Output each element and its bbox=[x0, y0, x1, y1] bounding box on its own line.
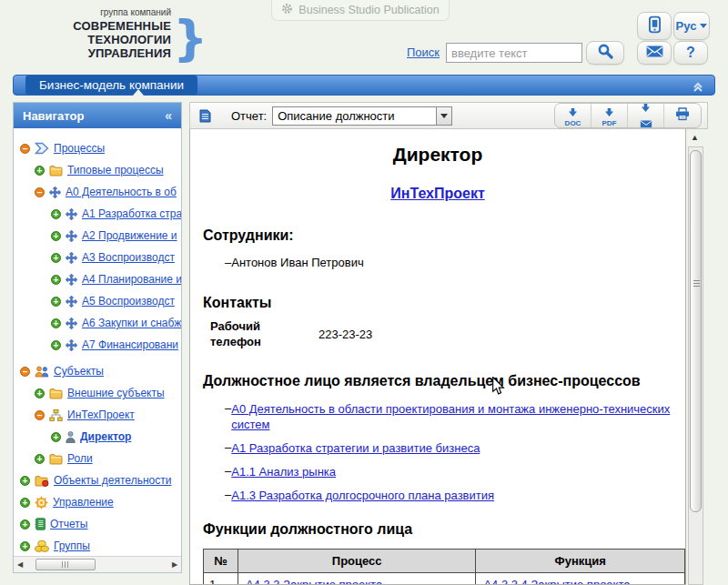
hscroll-thumb[interactable] bbox=[35, 559, 96, 570]
sidebar-item[interactable]: +A6 Закупки и снабж bbox=[14, 312, 181, 334]
sidebar-item[interactable]: +Типовые процессы bbox=[14, 159, 181, 181]
expand-node-icon[interactable]: + bbox=[51, 432, 61, 442]
mail-button[interactable] bbox=[637, 41, 672, 65]
sidebar-item-link[interactable]: A1 Разработка стра bbox=[82, 207, 181, 220]
expand-node-icon[interactable]: + bbox=[51, 209, 61, 219]
sidebar-item[interactable]: +A5 Воспроизводст bbox=[14, 290, 181, 312]
sidebar-item[interactable]: +A3 Воспроизводст bbox=[14, 247, 181, 268]
vscroll-thumb[interactable] bbox=[690, 150, 702, 512]
help-button[interactable]: ? bbox=[673, 41, 708, 65]
search-input[interactable] bbox=[446, 43, 582, 63]
process-icon bbox=[66, 274, 77, 286]
send-report-button[interactable] bbox=[628, 104, 664, 127]
sidebar-item[interactable]: +A4 Планирование и bbox=[14, 268, 181, 290]
sidebar-item-link[interactable]: A5 Воспроизводст bbox=[82, 295, 175, 308]
process-link[interactable]: A0 Деятельность в области проектирования… bbox=[231, 401, 672, 432]
expand-node-icon[interactable]: + bbox=[51, 340, 61, 350]
sidebar-item[interactable]: +Внешние субъекты bbox=[14, 382, 181, 404]
collapse-node-icon[interactable]: – bbox=[20, 367, 30, 377]
navigator-title: Навигатор bbox=[23, 109, 84, 123]
language-dropdown[interactable]: Рус bbox=[673, 12, 710, 40]
collapse-node-icon[interactable]: – bbox=[20, 144, 30, 154]
sidebar-item-link[interactable]: Типовые процессы bbox=[67, 164, 164, 177]
sidebar-item[interactable]: –ИнТехПроект bbox=[14, 404, 181, 426]
sidebar-item-link[interactable]: A4 Планирование и bbox=[82, 273, 181, 286]
scroll-right-icon[interactable]: ▶ bbox=[168, 560, 181, 569]
sidebar-item-link[interactable]: A7 Финансировани bbox=[82, 338, 178, 351]
process-link[interactable]: A4.3.3 Закрытие проекта bbox=[246, 578, 382, 585]
expand-node-icon[interactable]: + bbox=[35, 454, 45, 464]
expand-node-icon[interactable]: + bbox=[20, 476, 30, 486]
sidebar-item-link[interactable]: Объекты деятельности bbox=[54, 474, 171, 487]
sidebar-item-link[interactable]: Группы bbox=[54, 540, 90, 552]
export-doc-button[interactable]: DOC bbox=[555, 104, 592, 127]
row-number: 1. bbox=[204, 573, 238, 585]
sidebar-item-link[interactable]: A6 Закупки и снабж bbox=[82, 317, 181, 329]
sidebar-item[interactable]: +Отчеты bbox=[14, 513, 181, 535]
expand-node-icon[interactable]: + bbox=[51, 231, 61, 241]
objects-folder-icon bbox=[35, 475, 49, 487]
export-pdf-button[interactable]: PDF bbox=[592, 104, 628, 127]
process-link[interactable]: A1.3 Разработка долгосрочного плана разв… bbox=[231, 488, 494, 503]
scroll-up-icon[interactable]: ▲ bbox=[691, 133, 699, 142]
search-link[interactable]: Поиск bbox=[407, 45, 440, 59]
expand-node-icon[interactable]: + bbox=[51, 297, 61, 307]
sidebar-item[interactable]: +A1 Разработка стра bbox=[14, 203, 181, 225]
sidebar-item-link[interactable]: ИнТехПроект bbox=[67, 408, 135, 421]
logo-line-1: СОВРЕМЕННЫЕ bbox=[35, 19, 171, 33]
sidebar-item-link[interactable]: A3 Воспроизводст bbox=[82, 251, 175, 264]
sidebar-item[interactable]: +Группы bbox=[14, 535, 181, 556]
sidebar-item-link[interactable]: Директор bbox=[80, 430, 131, 443]
sidebar-item-link[interactable]: Субъекты bbox=[54, 365, 104, 378]
sidebar-item-link[interactable]: Отчеты bbox=[50, 518, 87, 530]
scroll-left-icon[interactable]: ◀ bbox=[14, 560, 26, 569]
process-link[interactable]: A1.1 Анализ рынка bbox=[231, 464, 336, 479]
sidebar-item[interactable]: +Объекты деятельности bbox=[14, 469, 181, 491]
expand-node-icon[interactable]: + bbox=[51, 253, 61, 263]
folder-icon bbox=[49, 388, 63, 399]
sidebar-item[interactable]: –A0 Деятельность в об bbox=[14, 181, 181, 203]
collapse-navigator-icon[interactable]: « bbox=[165, 108, 172, 123]
content-vertical-scrollbar[interactable] bbox=[688, 146, 703, 585]
collapse-node-icon[interactable]: – bbox=[35, 187, 45, 197]
expand-node-icon[interactable]: + bbox=[35, 166, 45, 176]
tab-business-model[interactable]: Бизнес-модель компании bbox=[25, 76, 197, 95]
logo-line-3: УПРАВЛЕНИЯ bbox=[35, 46, 171, 60]
expand-node-icon[interactable]: + bbox=[35, 388, 45, 398]
employees-heading: Сотрудники: bbox=[203, 227, 672, 244]
sidebar-item[interactable]: +Управление bbox=[14, 491, 181, 513]
expand-node-icon[interactable]: + bbox=[20, 541, 30, 551]
sidebar-item-link[interactable]: A0 Деятельность в об bbox=[66, 186, 177, 198]
sidebar-item[interactable]: –Субъекты bbox=[14, 360, 181, 382]
sidebar-item-link[interactable]: A2 Продвижение и bbox=[82, 229, 177, 242]
sidebar-item[interactable]: +Роли bbox=[14, 448, 181, 469]
expand-node-icon[interactable]: + bbox=[20, 519, 30, 530]
collapse-menu-icon[interactable] bbox=[693, 80, 703, 96]
process-icon bbox=[66, 252, 77, 264]
sidebar-item[interactable]: +Директор bbox=[14, 426, 181, 448]
sidebar-item[interactable]: –Процессы bbox=[14, 137, 181, 159]
sidebar-item-link[interactable]: Внешние субъекты bbox=[67, 387, 165, 399]
sidebar-item-link[interactable]: Управление bbox=[53, 496, 114, 509]
search-button[interactable] bbox=[586, 41, 624, 65]
expand-node-icon[interactable]: + bbox=[51, 275, 61, 285]
report-type-select[interactable]: Описание должности bbox=[272, 106, 452, 126]
expand-node-icon[interactable]: + bbox=[51, 318, 61, 328]
mobile-version-button[interactable] bbox=[637, 12, 672, 40]
expand-node-icon[interactable]: + bbox=[20, 498, 30, 508]
organization-link[interactable]: ИнТехПроект bbox=[203, 186, 672, 202]
collapse-node-icon[interactable]: – bbox=[35, 410, 45, 420]
sidebar-item[interactable]: +A2 Продвижение и bbox=[14, 225, 181, 247]
sidebar-item[interactable]: +A7 Финансировани bbox=[14, 334, 181, 356]
print-button[interactable] bbox=[664, 104, 701, 127]
process-link[interactable]: A1 Разработка стратегии и развитие бизне… bbox=[231, 440, 480, 456]
sidebar-item-link[interactable]: Роли bbox=[67, 452, 93, 465]
select-dropdown-button[interactable] bbox=[436, 107, 451, 125]
page-title: Директор bbox=[203, 144, 672, 166]
function-link[interactable]: A4.3.3.4 Закрытие проекта bbox=[483, 578, 630, 585]
functions-table: №ПроцессФункция 1.A4.3.3 Закрытие проект… bbox=[203, 549, 685, 585]
contact-row: Рабочий телефон 223-23-23 bbox=[203, 318, 672, 349]
sidebar-item-link[interactable]: Процессы bbox=[54, 142, 105, 155]
dash-marker: – bbox=[203, 401, 231, 432]
navigator-horizontal-scrollbar[interactable]: ◀ ▶ bbox=[14, 556, 181, 572]
